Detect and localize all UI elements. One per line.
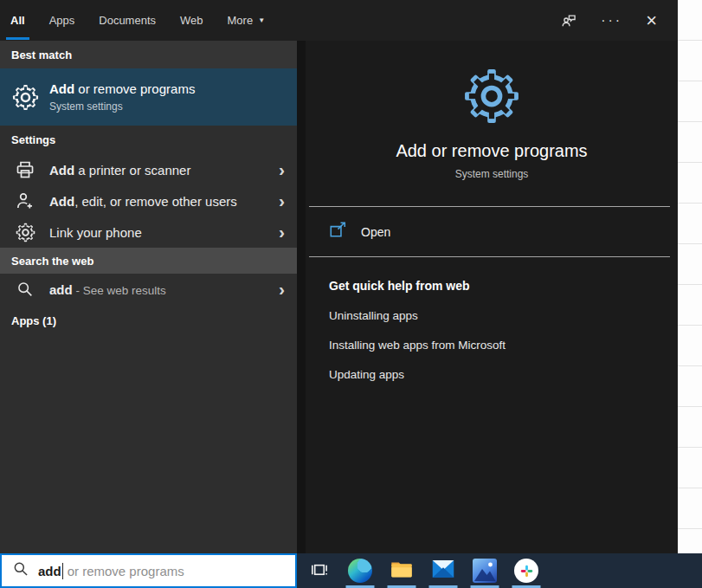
search-filter-bar: All Apps Documents Web More ▼ ··· × — [0, 0, 678, 41]
search-suggestion-text: or remove programs — [68, 564, 184, 578]
help-link-installing-web-apps[interactable]: Installing web apps from Microsoft — [329, 339, 678, 352]
preview-subtitle: System settings — [455, 168, 529, 180]
photos-button[interactable] — [464, 553, 506, 588]
edge-button[interactable] — [339, 553, 381, 588]
preview-hero: Add or remove programs System settings — [306, 41, 678, 206]
mail-icon — [431, 558, 455, 584]
preview-title: Add or remove programs — [396, 141, 587, 161]
feedback-icon[interactable] — [560, 12, 577, 29]
tab-web[interactable]: Web — [180, 0, 203, 41]
result-title: Add or remove programs — [49, 81, 195, 96]
open-action[interactable]: Open — [306, 207, 678, 256]
result-add-printer-or-scanner[interactable]: Add a printer or scanner › — [0, 154, 297, 185]
slack-button[interactable] — [506, 553, 547, 588]
edge-icon — [348, 559, 372, 583]
filter-tabs: All Apps Documents Web More ▼ — [10, 0, 265, 41]
help-link-uninstalling-apps[interactable]: Uninstalling apps — [329, 309, 678, 322]
task-view-icon — [309, 559, 329, 583]
search-icon — [12, 560, 29, 581]
tab-selected-underline — [6, 37, 29, 40]
search-typed-text: add — [38, 564, 61, 578]
mail-button[interactable] — [422, 553, 464, 588]
chevron-right-icon: › — [279, 223, 285, 241]
slack-icon — [514, 559, 538, 583]
search-flyout-screen: All Apps Documents Web More ▼ ··· × — [0, 0, 702, 588]
person-add-icon — [11, 191, 39, 211]
panel-divider — [297, 41, 306, 553]
result-web-search-add[interactable]: add - See web results › — [0, 274, 297, 305]
preview-panel: Add or remove programs System settings O… — [306, 41, 678, 553]
chevron-down-icon: ▼ — [258, 16, 265, 24]
tab-all[interactable]: All — [10, 0, 25, 41]
desktop-background — [678, 0, 702, 553]
taskbar-apps — [298, 553, 547, 588]
printer-icon — [11, 159, 39, 180]
section-header-search-the-web: Search the web — [0, 248, 297, 274]
search-input[interactable]: add or remove programs — [0, 553, 297, 588]
quick-help-header: Get quick help from web — [329, 279, 678, 293]
gear-icon — [11, 84, 39, 111]
result-best-match-add-remove-programs[interactable]: Add or remove programs System settings — [0, 68, 297, 126]
gear-icon — [11, 223, 39, 242]
close-icon[interactable]: × — [646, 12, 657, 29]
tab-all-label: All — [10, 14, 25, 27]
result-add-edit-remove-users[interactable]: Add, edit, or remove other users › — [0, 185, 297, 216]
section-header-settings: Settings — [0, 126, 297, 154]
text-caret — [62, 563, 63, 579]
tab-documents[interactable]: Documents — [99, 0, 156, 41]
tab-apps[interactable]: Apps — [49, 0, 75, 41]
open-label: Open — [361, 225, 390, 239]
help-link-updating-apps[interactable]: Updating apps — [329, 368, 678, 381]
photos-icon — [473, 559, 497, 583]
open-external-icon — [329, 222, 347, 242]
tab-more[interactable]: More ▼ — [228, 0, 266, 41]
topbar-actions: ··· × — [560, 12, 657, 29]
chevron-right-icon: › — [279, 280, 285, 298]
section-header-best-match: Best match — [0, 41, 297, 68]
search-icon — [11, 280, 39, 299]
divider — [309, 256, 670, 257]
result-subtitle: System settings — [49, 100, 195, 113]
taskbar: add or remove programs — [0, 553, 702, 588]
gear-icon — [463, 68, 520, 128]
section-header-apps: Apps (1) — [0, 305, 297, 336]
result-link-your-phone[interactable]: Link your phone › — [0, 216, 297, 248]
file-explorer-icon — [390, 557, 414, 585]
task-view-button[interactable] — [298, 553, 339, 588]
chevron-right-icon: › — [279, 160, 285, 178]
more-options-icon[interactable]: ··· — [601, 16, 622, 25]
results-panel: Best match Add or remove programs — [0, 41, 297, 553]
chevron-right-icon: › — [279, 191, 285, 210]
quick-help-section: Get quick help from web Uninstalling app… — [306, 279, 678, 381]
file-explorer-button[interactable] — [381, 553, 422, 588]
best-match-text: Add or remove programs System settings — [49, 81, 195, 113]
